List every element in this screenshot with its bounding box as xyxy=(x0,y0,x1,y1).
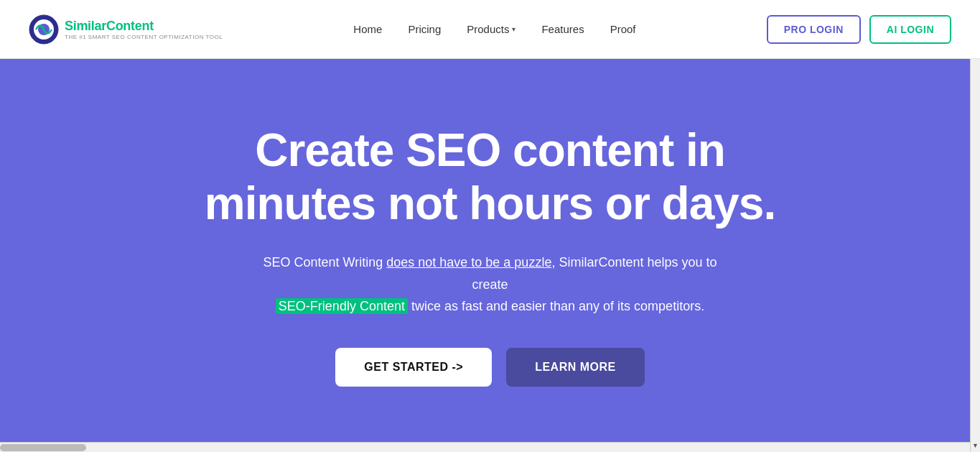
ai-login-button[interactable]: AI LOGIN xyxy=(869,15,951,44)
hero-subtitle-link: does not have to be a puzzle xyxy=(386,255,551,269)
logo[interactable]: SimilarContent THE #1 SMART SEO CONTENT … xyxy=(29,14,223,45)
chevron-down-icon: ▾ xyxy=(512,25,515,33)
hero-title: Create SEO content in minutes not hours … xyxy=(205,124,775,230)
nav-link-products[interactable]: Products ▾ xyxy=(467,23,515,35)
logo-sub-text: THE #1 SMART SEO CONTENT OPTIMIZATION TO… xyxy=(65,34,223,40)
logo-text: SimilarContent THE #1 SMART SEO CONTENT … xyxy=(65,19,223,40)
learn-more-button[interactable]: LEARN MORE xyxy=(506,348,645,387)
nav-item-features[interactable]: Features xyxy=(541,23,584,36)
nav-link-home[interactable]: Home xyxy=(353,23,382,35)
nav-link-features[interactable]: Features xyxy=(541,23,584,35)
horizontal-scrollbar-thumb[interactable] xyxy=(0,444,86,451)
hero-section: Create SEO content in minutes not hours … xyxy=(0,59,980,452)
vertical-scrollbar[interactable]: ▲ ▼ xyxy=(970,0,980,452)
nav-item-home[interactable]: Home xyxy=(353,23,382,36)
pro-login-button[interactable]: PRO LOGIN xyxy=(767,15,861,44)
scrollbar-down-arrow[interactable]: ▼ xyxy=(972,442,979,449)
navbar: SimilarContent THE #1 SMART SEO CONTENT … xyxy=(0,0,980,59)
logo-icon xyxy=(29,14,59,45)
horizontal-scrollbar[interactable] xyxy=(0,442,970,452)
nav-link-proof[interactable]: Proof xyxy=(610,23,636,35)
nav-item-products[interactable]: Products ▾ xyxy=(467,23,515,35)
hero-subtitle: SEO Content Writing does not have to be … xyxy=(246,252,734,318)
nav-link-pricing[interactable]: Pricing xyxy=(408,23,441,35)
get-started-button[interactable]: GET STARTED -> xyxy=(335,348,492,387)
hero-buttons: GET STARTED -> LEARN MORE xyxy=(335,348,644,387)
nav-links: Home Pricing Products ▾ Features Proof xyxy=(353,23,635,36)
nav-item-pricing[interactable]: Pricing xyxy=(408,23,441,36)
hero-highlight: SEO-Friendly Content xyxy=(276,298,408,314)
logo-main-text: SimilarContent xyxy=(65,19,223,34)
nav-item-proof[interactable]: Proof xyxy=(610,23,636,36)
nav-buttons: PRO LOGIN AI LOGIN xyxy=(767,15,951,44)
